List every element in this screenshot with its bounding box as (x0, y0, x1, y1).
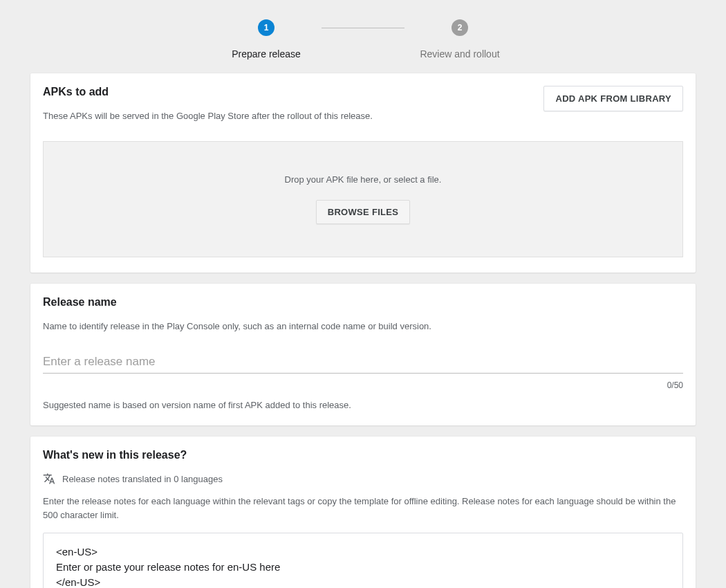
apks-title: APKs to add (43, 86, 373, 98)
release-name-description: Name to identify release in the Play Con… (43, 320, 683, 333)
step-review-rollout[interactable]: 2 Review and rollout (404, 19, 515, 59)
release-name-title: Release name (43, 296, 683, 309)
step-number-badge: 1 (258, 19, 274, 36)
dropzone-text: Drop your APK file here, or select a fil… (285, 174, 442, 185)
apk-dropzone[interactable]: Drop your APK file here, or select a fil… (43, 141, 683, 257)
release-name-hint: Suggested name is based on version name … (43, 400, 683, 410)
step-number-badge: 2 (452, 19, 468, 36)
step-label: Prepare release (232, 48, 301, 59)
translate-status: Release notes translated in 0 languages (43, 472, 683, 485)
apks-card: APKs to add These APKs will be served in… (30, 73, 696, 273)
whats-new-description: Enter the release notes for each languag… (43, 495, 683, 522)
step-prepare-release[interactable]: 1 Prepare release (211, 19, 322, 59)
whats-new-title: What's new in this release? (43, 449, 683, 461)
add-apk-from-library-button[interactable]: ADD APK FROM LIBRARY (543, 86, 683, 111)
release-name-input[interactable] (43, 348, 683, 374)
release-name-counter: 0/50 (43, 380, 683, 390)
release-name-card: Release name Name to identify release in… (30, 284, 696, 426)
translate-status-text: Release notes translated in 0 languages (62, 474, 223, 484)
step-connector (322, 28, 404, 28)
apks-description: These APKs will be served in the Google … (43, 109, 373, 123)
whats-new-card: What's new in this release? Release note… (30, 437, 696, 588)
translate-icon (43, 472, 55, 485)
stepper: 1 Prepare release 2 Review and rollout (0, 0, 726, 73)
release-notes-textarea[interactable]: <en-US> Enter or paste your release note… (43, 533, 683, 588)
browse-files-button[interactable]: BROWSE FILES (316, 200, 411, 224)
step-label: Review and rollout (420, 48, 499, 59)
